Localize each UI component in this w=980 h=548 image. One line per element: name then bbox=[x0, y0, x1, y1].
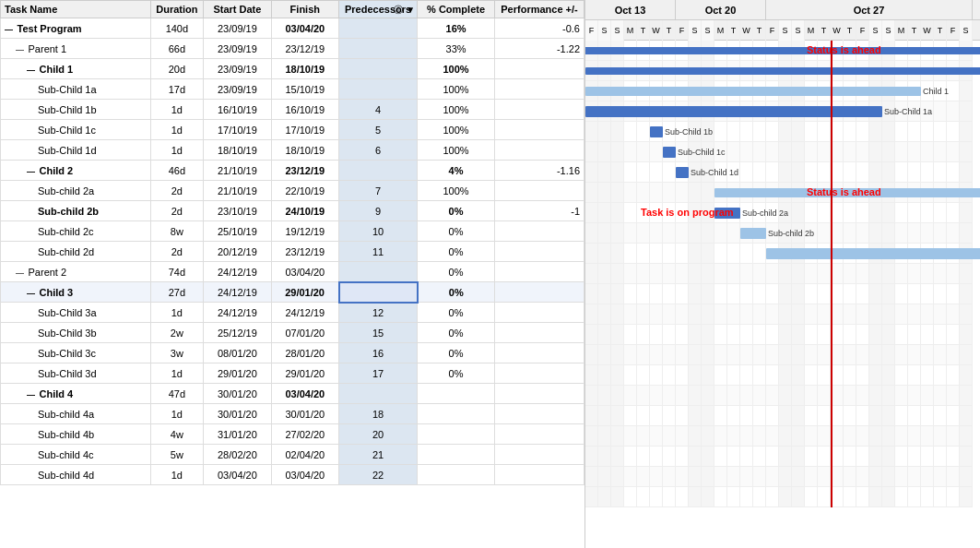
table-row: — Child 327d24/12/1929/01/200% bbox=[1, 282, 584, 303]
gantt-day-header: S bbox=[702, 20, 714, 41]
gantt-row bbox=[585, 345, 973, 365]
task-name-cell: — Child 1 bbox=[1, 59, 151, 79]
table-row: — Parent 166d23/09/1923/12/1933%-1.22 bbox=[1, 39, 584, 59]
perf-cell bbox=[495, 404, 584, 424]
start-date-cell: 29/01/20 bbox=[204, 363, 271, 384]
col-header-task: Task Name bbox=[1, 1, 151, 18]
table-row: Sub-child 4b4w31/01/2027/02/2020 bbox=[1, 424, 584, 445]
task-name-cell: Sub-child 2b bbox=[1, 201, 151, 221]
gantt-day-header: W bbox=[831, 20, 844, 41]
pred-cell: 7 bbox=[339, 181, 418, 201]
duration-cell: 1d bbox=[150, 363, 204, 384]
start-date-cell: 30/01/20 bbox=[204, 404, 271, 424]
pred-cell: 17 bbox=[339, 363, 418, 384]
gantt-day-header: F bbox=[676, 20, 689, 41]
duration-cell: 20d bbox=[150, 59, 204, 79]
task-name-cell: — Parent 2 bbox=[1, 262, 151, 282]
pct-cell: 0% bbox=[418, 242, 495, 262]
pred-cell: 16 bbox=[339, 343, 418, 363]
duration-cell: 47d bbox=[150, 384, 204, 404]
duration-cell: 140d bbox=[150, 18, 204, 39]
collapse-icon[interactable]: — bbox=[27, 167, 38, 176]
task-name-label: Sub-child 4c bbox=[38, 449, 94, 460]
collapse-icon[interactable]: — bbox=[27, 66, 38, 75]
finish-date-cell: 24/12/19 bbox=[271, 303, 338, 323]
gantt-day-header: S bbox=[960, 20, 973, 41]
gantt-row bbox=[585, 284, 973, 304]
gantt-month-header: Oct 20 bbox=[676, 0, 766, 19]
perf-cell bbox=[495, 282, 584, 303]
perf-cell bbox=[495, 323, 584, 343]
collapse-icon[interactable]: — bbox=[27, 390, 38, 399]
gantt-row bbox=[585, 61, 973, 81]
pred-cell bbox=[339, 39, 418, 59]
task-name-label: Test Program bbox=[18, 23, 82, 34]
pct-cell: 100% bbox=[418, 100, 495, 120]
collapse-icon[interactable]: — bbox=[16, 45, 27, 54]
table-row: Sub-Child 3d1d29/01/2029/01/20170% bbox=[1, 363, 584, 384]
task-name-cell: Sub-child 4c bbox=[1, 445, 151, 465]
gantt-day-header: F bbox=[766, 20, 779, 41]
task-name-cell: — Child 4 bbox=[1, 384, 151, 404]
perf-cell bbox=[495, 445, 584, 465]
pred-cell bbox=[339, 59, 418, 79]
col-header-finish: Finish bbox=[271, 1, 338, 18]
pct-cell: 0% bbox=[418, 282, 495, 303]
task-name-label: Sub-child 4b bbox=[38, 429, 94, 440]
gantt-row bbox=[585, 467, 973, 487]
gantt-day-header: W bbox=[921, 20, 934, 41]
pred-cell bbox=[339, 262, 418, 282]
pred-cell: 10 bbox=[339, 221, 418, 242]
gantt-section: Oct 13Oct 20Oct 27 FSSMTWTFSSMTWTFSSMTWT… bbox=[585, 0, 980, 548]
task-name-cell: — Child 3 bbox=[1, 282, 151, 303]
duration-cell: 5w bbox=[150, 445, 204, 465]
finish-date-cell: 03/04/20 bbox=[271, 262, 338, 282]
pred-cell: 15 bbox=[339, 323, 418, 343]
perf-cell bbox=[495, 221, 584, 242]
col-header-pred[interactable]: Predecessors ⓘ ▼ bbox=[339, 1, 418, 18]
start-date-cell: 21/10/19 bbox=[204, 161, 271, 181]
table-row: Sub-Child 3c3w08/01/2028/01/20160% bbox=[1, 343, 584, 363]
finish-date-cell: 27/02/20 bbox=[271, 424, 338, 445]
collapse-icon[interactable]: — bbox=[16, 268, 27, 278]
perf-cell bbox=[495, 343, 584, 363]
pct-cell bbox=[418, 384, 495, 404]
task-name-cell: Sub-Child 3a bbox=[1, 303, 151, 323]
task-name-label: Child 2 bbox=[40, 165, 74, 176]
perf-cell bbox=[495, 100, 584, 120]
pct-cell bbox=[418, 404, 495, 424]
finish-date-cell: 23/12/19 bbox=[271, 161, 338, 181]
gantt-bar-label: Sub-child 2a bbox=[742, 208, 788, 218]
task-name-label: Sub-Child 1b bbox=[38, 104, 97, 115]
collapse-icon[interactable]: — bbox=[5, 25, 16, 34]
gantt-day-header: S bbox=[869, 20, 882, 41]
task-name-label: Sub-child 4a bbox=[38, 409, 94, 420]
table-row: Sub-Child 1c1d17/10/1917/10/195100% bbox=[1, 120, 584, 140]
gantt-day-header: T bbox=[727, 20, 740, 41]
duration-cell: 2d bbox=[150, 201, 204, 221]
table-row: Sub-Child 1b1d16/10/1916/10/194100% bbox=[1, 100, 584, 120]
finish-date-cell: 28/01/20 bbox=[271, 343, 338, 363]
gantt-day-header: T bbox=[663, 20, 676, 41]
pct-cell: 0% bbox=[418, 343, 495, 363]
task-name-cell: Sub-child 2a bbox=[1, 181, 151, 201]
duration-cell: 8w bbox=[150, 221, 204, 242]
pred-cell bbox=[339, 18, 418, 39]
pct-cell: 16% bbox=[418, 18, 495, 39]
pct-cell: 33% bbox=[418, 39, 495, 59]
status-label: Status is ahead bbox=[807, 44, 881, 55]
start-date-cell: 03/04/20 bbox=[204, 465, 271, 485]
pct-cell: 100% bbox=[418, 140, 495, 161]
perf-cell bbox=[495, 363, 584, 384]
task-name-label: Child 3 bbox=[40, 287, 74, 298]
pred-cell: 9 bbox=[339, 201, 418, 221]
start-date-cell: 24/12/19 bbox=[204, 303, 271, 323]
duration-cell: 2d bbox=[150, 242, 204, 262]
gantt-day-header: S bbox=[792, 20, 805, 41]
table-row: — Parent 274d24/12/1903/04/200% bbox=[1, 262, 584, 282]
start-date-cell: 24/12/19 bbox=[204, 262, 271, 282]
pred-cell bbox=[339, 282, 418, 303]
gantt-day-header: T bbox=[934, 20, 947, 41]
collapse-icon[interactable]: — bbox=[27, 289, 38, 298]
start-date-cell: 16/10/19 bbox=[204, 100, 271, 120]
